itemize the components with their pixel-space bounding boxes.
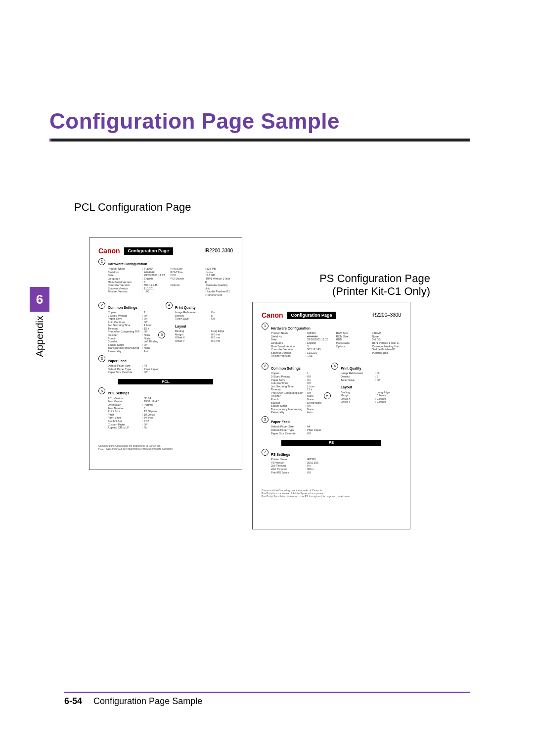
- hw-config-title: Hardware Configuration: [271, 327, 401, 331]
- page-footer: 6-54 Configuration Page Sample: [64, 688, 470, 707]
- print-quality-title: Print Quality: [175, 306, 233, 310]
- kv-row: Scanner Version113.201: [271, 351, 336, 355]
- kv-row: Default Paper TypePlain Paper: [108, 368, 166, 371]
- chapter-label: Appendix: [34, 316, 45, 357]
- hw-config-title: Hardware Configuration: [108, 262, 233, 266]
- kv-row: Font Version1900 HE-4.0: [108, 400, 233, 403]
- kv-row: BindingLong Edge: [341, 391, 401, 394]
- kv-row: PS Version3010.103: [271, 461, 401, 465]
- kv-row: BookletLeft Binding: [108, 340, 166, 343]
- kv-row: PersonalityAuto: [271, 411, 331, 414]
- callout-7-icon: 7: [262, 449, 268, 456]
- kv-row: Transparency InterleavingNone: [108, 346, 166, 350]
- pcl-band: PCL: [118, 379, 213, 385]
- kv-row: PunchNone: [271, 398, 331, 401]
- kv-row: Point Size12.00 point: [108, 410, 233, 413]
- common-settings-title: Common Settings: [271, 367, 331, 371]
- kv-row: Transparency InterleavingNone: [271, 408, 331, 411]
- kv-row: PersonalityAuto: [108, 350, 166, 353]
- page-title: Configuration Page Sample: [49, 109, 470, 134]
- kv-row: Paper SaveOn: [108, 317, 166, 321]
- kv-row: Puncher Unit: [171, 293, 233, 297]
- kv-row: Product NameiR3300: [108, 267, 171, 271]
- pcl-settings-title: PCL Settings: [108, 391, 233, 395]
- canon-logo: Canon: [262, 311, 283, 320]
- chapter-tab: 6 Appendix: [30, 287, 49, 357]
- callout-3-icon: 3: [262, 416, 268, 423]
- kv-row: Append CR to LFNo: [108, 426, 233, 429]
- layout-title: Layout: [175, 325, 233, 329]
- pcl-config-snapshot: Canon Configuration Page iR2200-3300 1 H…: [89, 237, 242, 470]
- trademark-footnote: Canon and the Canon logo are trademarks …: [98, 444, 233, 450]
- kv-row: Symbol SetPC8: [108, 420, 233, 423]
- title-rule: [49, 139, 470, 142]
- kv-row: Image RefinementOn: [175, 311, 233, 314]
- kv-row: PCL Version3D.04: [108, 397, 233, 400]
- kv-row: Main Board Version3: [271, 345, 336, 348]
- config-pill: Configuration Page: [124, 247, 173, 255]
- kv-row: Saddle Finisher-G1: [171, 290, 233, 293]
- kv-row: Margin0.0 mm: [175, 333, 233, 336]
- kv-row: Toner SaveOff: [341, 378, 401, 382]
- kv-row: LanguageEnglish: [271, 341, 336, 345]
- kv-row: BindingLong Edge: [175, 330, 233, 333]
- kv-row: Timeout15 s: [108, 327, 166, 331]
- kv-row: Puncher Unit: [336, 351, 401, 355]
- kv-row: 2-Sided PrintingOff: [108, 314, 166, 318]
- footer-title: Configuration Page Sample: [93, 696, 202, 706]
- kv-row: LanguageEnglish: [108, 277, 171, 281]
- kv-row: OrientationPortrait: [108, 403, 233, 407]
- kv-row: Toner SaveOff: [175, 317, 233, 321]
- kv-row: ROM SizeNone: [171, 271, 233, 274]
- kv-row: Wait Timeout300 s: [271, 468, 401, 471]
- kv-row: 2-Sided PrintingOff: [271, 375, 331, 378]
- kv-row: Printer NameiR3300: [271, 458, 401, 461]
- kv-row: Density5: [175, 314, 233, 318]
- ps-settings-title: PS Settings: [271, 453, 401, 457]
- callout-6-icon: 6: [98, 387, 105, 394]
- kv-row: Image RefinementOn: [341, 372, 401, 375]
- kv-row: Saddle StitchOn: [271, 404, 331, 408]
- kv-row: Copies1: [271, 372, 331, 375]
- kv-row: Print PS ErrorsOff: [271, 471, 401, 474]
- kv-row: Margin0.0 mm: [341, 394, 401, 397]
- paper-feed-title: Paper Feed: [108, 359, 166, 363]
- kv-row: Scanner Version113.201: [108, 287, 171, 290]
- kv-row: Timeout15 s: [271, 388, 331, 391]
- callout-4-icon: 4: [331, 363, 338, 370]
- kv-row: Print After Completing RIPOff: [108, 330, 166, 333]
- kv-row: Density5: [341, 375, 401, 378]
- kv-row: Auto ContinueOff: [108, 321, 166, 324]
- layout-title: Layout: [341, 385, 401, 389]
- config-pill: Configuration Page: [287, 312, 336, 319]
- kv-row: OptionsCassette Feeding Unit: [336, 345, 401, 348]
- callout-3-icon: 3: [98, 355, 105, 362]
- kv-row: Date29/03/2001 11:23: [271, 338, 336, 341]
- kv-row: Offset X0.0 mm: [341, 397, 401, 401]
- kv-row: Serial No#######: [108, 271, 171, 274]
- kv-row: Paper Size OverrideOff: [108, 371, 166, 374]
- kv-row: Finisher Version...03: [271, 354, 336, 358]
- ps-config-snapshot: Canon Configuration Page iR2200–3300 1 H…: [252, 302, 410, 529]
- kv-row: Form Lines64 lines: [108, 416, 233, 420]
- kv-row: PCI DeviceRIP1 Version 1 (slot 1): [336, 341, 401, 345]
- kv-row: Saddle Finisher-G1: [336, 348, 401, 351]
- model-text: iR2200-3300: [205, 248, 233, 254]
- kv-row: Job Securing Time1 hour: [271, 385, 331, 388]
- kv-row: Print After Completing RIPOff: [271, 391, 331, 395]
- kv-row: FinisherNone: [108, 333, 166, 337]
- kv-row: Offset Y0.0 mm: [175, 339, 233, 343]
- page-number: 6-54: [64, 696, 82, 706]
- callout-2-icon: 2: [262, 363, 268, 370]
- kv-row: Paper SaveOn: [271, 378, 331, 382]
- canon-logo: Canon: [98, 247, 120, 255]
- kv-row: Font Number0: [108, 407, 233, 410]
- kv-row: Job Timeout0 s: [271, 464, 401, 468]
- kv-row: Custom PaperOff: [108, 423, 233, 426]
- kv-row: FinisherNone: [271, 394, 331, 398]
- kv-row: BookletLeft Binding: [271, 401, 331, 405]
- kv-row: RAM Size128 MB: [336, 331, 401, 335]
- kv-row: Serial No#######: [271, 335, 336, 338]
- kv-row: Controller Version503.12.145: [271, 348, 336, 351]
- kv-row: HDD5.6 GB: [336, 338, 401, 341]
